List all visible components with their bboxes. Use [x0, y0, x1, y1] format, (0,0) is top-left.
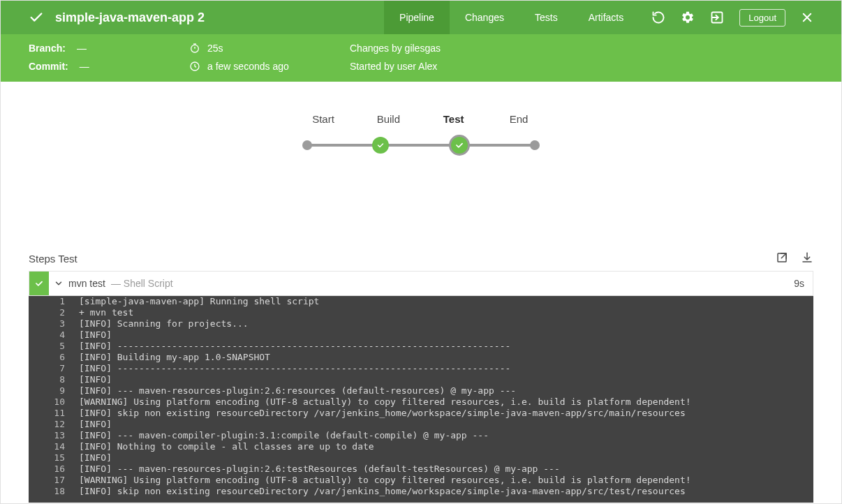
console-line: 7[INFO] --------------------------------…	[29, 363, 813, 374]
line-text: [INFO] --- maven-compiler-plugin:3.1:com…	[79, 430, 489, 441]
chevron-down-icon[interactable]	[49, 279, 68, 288]
branch-value: —	[77, 43, 87, 54]
close-icon[interactable]	[801, 11, 813, 24]
line-text: [INFO] --- maven-resources-plugin:2.6:te…	[79, 464, 560, 475]
line-text: [INFO] skip non existing resourceDirecto…	[79, 486, 686, 497]
pipeline-graph: Start Build Test End	[1, 82, 841, 246]
clock-icon	[189, 61, 200, 72]
line-text: [INFO]	[79, 419, 112, 430]
line-text: [INFO] Scanning for projects...	[79, 318, 249, 329]
header-bar: simple-java-maven-app 2 Pipeline Changes…	[1, 1, 841, 34]
logout-button[interactable]: Logout	[739, 9, 785, 27]
line-number: 14	[29, 441, 79, 452]
popout-icon[interactable]	[776, 251, 788, 266]
tab-bar: Pipeline Changes Tests Artifacts	[384, 1, 639, 34]
duration-value: 25s	[207, 43, 223, 54]
stage-node-start[interactable]	[302, 140, 312, 150]
console-line: 8[INFO]	[29, 374, 813, 385]
rerun-icon[interactable]	[651, 10, 665, 24]
line-text: [INFO] skip non existing resourceDirecto…	[79, 408, 686, 419]
line-number: 8	[29, 374, 79, 385]
relative-time: a few seconds ago	[207, 61, 289, 72]
line-number: 11	[29, 408, 79, 419]
console-line: 11[INFO] skip non existing resourceDirec…	[29, 408, 813, 419]
console-line: 18[INFO] skip non existing resourceDirec…	[29, 486, 813, 497]
line-text: [INFO] ---------------------------------…	[79, 363, 510, 374]
step-duration: 9s	[794, 278, 813, 289]
tab-artifacts[interactable]: Artifacts	[573, 1, 640, 34]
line-number: 12	[29, 419, 79, 430]
step-subtitle: — Shell Script	[111, 278, 173, 289]
console-line: 3[INFO] Scanning for projects...	[29, 318, 813, 329]
tab-changes[interactable]: Changes	[450, 1, 519, 34]
line-text: [INFO] Building my-app 1.0-SNAPSHOT	[79, 352, 270, 363]
stage-label-build: Build	[367, 113, 409, 125]
line-number: 13	[29, 430, 79, 441]
console-line: 16[INFO] --- maven-resources-plugin:2.6:…	[29, 464, 813, 475]
download-icon[interactable]	[801, 251, 813, 266]
steps-header: Steps Test	[1, 246, 841, 271]
console-line: 15[INFO]	[29, 452, 813, 464]
console-line: 9[INFO] --- maven-resources-plugin:2.6:r…	[29, 385, 813, 396]
started-by: Started by user Alex	[350, 61, 437, 72]
line-number: 17	[29, 475, 79, 486]
console-log[interactable]: 1[simple-java-maven-app] Running shell s…	[29, 296, 813, 503]
stage-label-end: End	[498, 113, 540, 125]
console-line: 4[INFO]	[29, 329, 813, 341]
line-number: 18	[29, 486, 79, 497]
stopwatch-icon	[189, 43, 200, 54]
stage-label-test: Test	[433, 113, 475, 125]
line-text: [WARNING] Using platform encoding (UTF-8…	[79, 396, 691, 408]
branch-label: Branch:	[29, 43, 66, 54]
line-number: 2	[29, 307, 79, 318]
tab-tests[interactable]: Tests	[519, 1, 573, 34]
console-line: 6[INFO] Building my-app 1.0-SNAPSHOT	[29, 352, 813, 363]
line-number: 15	[29, 452, 79, 464]
step-row[interactable]: mvn test — Shell Script 9s	[29, 271, 813, 296]
console-line: 5[INFO] --------------------------------…	[29, 341, 813, 352]
commit-label: Commit:	[29, 61, 68, 72]
line-number: 9	[29, 385, 79, 396]
steps-title: Steps Test	[29, 253, 77, 265]
status-success-icon	[29, 10, 44, 25]
line-text: [WARNING] Using platform encoding (UTF-8…	[79, 475, 691, 486]
line-text: [INFO] Nothing to compile - all classes …	[79, 441, 374, 452]
line-number: 1	[29, 296, 79, 307]
console-line: 1[simple-java-maven-app] Running shell s…	[29, 296, 813, 307]
console-line: 17[WARNING] Using platform encoding (UTF…	[29, 475, 813, 486]
line-text: [simple-java-maven-app] Running shell sc…	[79, 296, 319, 307]
line-number: 7	[29, 363, 79, 374]
line-text: [INFO] ---------------------------------…	[79, 341, 510, 352]
stage-label-start: Start	[302, 113, 344, 125]
line-number: 16	[29, 464, 79, 475]
svg-line-9	[781, 253, 786, 258]
commit-value: —	[80, 61, 89, 72]
svg-point-4	[191, 45, 199, 52]
tab-pipeline[interactable]: Pipeline	[384, 1, 450, 34]
console-line: 14[INFO] Nothing to compile - all classe…	[29, 441, 813, 452]
stage-node-end[interactable]	[530, 140, 540, 150]
console-line: 10[WARNING] Using platform encoding (UTF…	[29, 396, 813, 408]
line-number: 5	[29, 341, 79, 352]
line-text: [INFO]	[79, 374, 112, 385]
console-line: 13[INFO] --- maven-compiler-plugin:3.1:c…	[29, 430, 813, 441]
stage-node-test[interactable]	[449, 135, 470, 156]
line-number: 10	[29, 396, 79, 408]
step-status-success-icon	[29, 272, 49, 295]
line-text: [INFO] --- maven-resources-plugin:2.6:re…	[79, 385, 516, 396]
line-number: 4	[29, 329, 79, 341]
settings-gear-icon[interactable]	[681, 10, 695, 24]
line-number: 3	[29, 318, 79, 329]
line-text: [INFO]	[79, 452, 112, 464]
line-text: + mvn test	[79, 307, 133, 318]
run-title: simple-java-maven-app 2	[55, 10, 205, 25]
line-text: [INFO]	[79, 329, 112, 341]
console-line: 12[INFO]	[29, 419, 813, 430]
exit-icon[interactable]	[710, 10, 724, 24]
changes-by: Changes by gilesgas	[350, 43, 441, 54]
run-metadata: Branch: — 25s Changes by gilesgas Commit…	[1, 34, 841, 82]
console-line: 2+ mvn test	[29, 307, 813, 318]
line-number: 6	[29, 352, 79, 363]
stage-node-build[interactable]	[372, 137, 389, 154]
step-name: mvn test	[68, 278, 105, 289]
